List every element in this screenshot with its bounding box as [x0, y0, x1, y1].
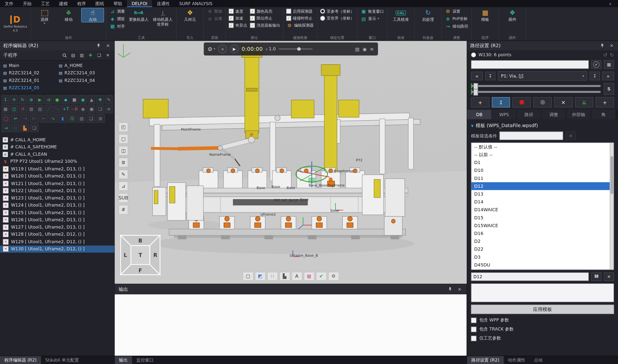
menu-tab[interactable]: DELFOI [127, 0, 152, 7]
program-line[interactable]: ✕ W122 [ Utool1, Uframe2, D13, () ] [0, 187, 114, 194]
speed-slider[interactable] [278, 48, 312, 50]
path-panel-tab[interactable]: 调整 [542, 110, 566, 119]
program-line[interactable]: ≣ # CALL A_SAFEHOME [0, 143, 114, 151]
close-icon[interactable]: ✕ [105, 43, 111, 48]
close-icon[interactable]: ✕ [456, 287, 463, 292]
program-line[interactable]: ✕ W126 [ Utool1, Uframe2, D13, () ] [0, 216, 114, 224]
detach-button[interactable]: ⊖分离 [206, 15, 223, 23]
prev-point-button[interactable]: « [471, 72, 483, 80]
record-point-button[interactable] [512, 97, 531, 108]
subprogram-tree-item[interactable]: ▤R2ZC3214_04 [57, 77, 113, 84]
menu-tab[interactable]: SURF ANALYSIS [175, 0, 217, 7]
pin-icon[interactable] [447, 287, 453, 291]
menu-tab[interactable]: 文件 [0, 0, 18, 7]
viewport-bottom-icon[interactable]: ▦ [304, 272, 314, 280]
subprogram-tree-item[interactable]: ▤R2ZC3214_01 [1, 77, 57, 84]
message-panel-checkbox[interactable]: ✓消息面板输出 [249, 22, 281, 29]
accel-checkbox[interactable]: ✓加速 [228, 15, 248, 22]
template-list-item[interactable]: -- 以前 -- [471, 151, 614, 159]
editor-toolbar-icon[interactable]: Ⓢ [68, 114, 76, 123]
collapse-ribbon-icon[interactable]: ∧ [604, 0, 616, 7]
enable-detector-checkbox[interactable]: 启用探测器 [285, 8, 315, 14]
template-list-item[interactable]: D12 [471, 182, 614, 190]
editor-toolbar-icon[interactable]: ◆ [62, 95, 70, 104]
template-list-item[interactable]: D15WAICE [471, 221, 614, 229]
viewport-bottom-icon[interactable]: ⚙ [328, 272, 339, 280]
restore-window-button[interactable]: ▣恢复窗口 [359, 8, 385, 15]
editor-toolbar-icon[interactable]: ❏ [30, 123, 39, 132]
status-tab[interactable]: 输出 [115, 356, 132, 364]
duplicate-program-icon[interactable]: ▥ [78, 52, 85, 58]
to-reference-radio[interactable]: 至参考（坐标） [319, 8, 355, 14]
program-line[interactable]: ↯ PTP P72 Utool1 Uframe2 100% [0, 158, 114, 165]
add-point-2-button[interactable]: + [596, 97, 614, 108]
program-line[interactable]: ✕ W119 [ Utool1, Uframe2, D13, () ] [0, 165, 114, 173]
move-tool[interactable]: 移动 [57, 8, 80, 22]
template-list-item[interactable]: D3 [471, 253, 614, 261]
s-button[interactable]: S [604, 83, 614, 95]
status-tab[interactable]: 点动 [530, 356, 547, 364]
viewport-tool-icon[interactable]: SUB [119, 193, 128, 203]
viewport-tool-icon[interactable]: ◫ [119, 146, 128, 156]
template-list-item[interactable]: D5 [471, 269, 614, 270]
editor-toolbar-icon[interactable]: ∿ [49, 114, 57, 123]
template-list-item[interactable]: D14WAICE [471, 206, 614, 214]
viewport-bottom-icon[interactable]: ◩ [255, 272, 265, 280]
path-slider-2[interactable] [471, 91, 601, 93]
slider-handle[interactable] [473, 89, 478, 96]
color-highlight-checkbox[interactable]: ✓颜色高亮 [249, 8, 281, 14]
editor-toolbar-icon[interactable]: ● [79, 105, 87, 113]
program-line[interactable]: ≣ # CALL A_HOME [0, 136, 114, 143]
path-slider-1[interactable] [471, 85, 601, 87]
tool-calibration-button[interactable]: CAL工具校准 [389, 8, 412, 22]
select-tool[interactable]: 选择▾ [33, 8, 56, 26]
path-panel-tab[interactable]: DB [467, 110, 492, 119]
limit-stop-checkbox[interactable]: ✓限位停止 [249, 15, 281, 22]
program-line[interactable]: ✕ W124 [ Utool1, Uframe2, D13, () ] [0, 202, 114, 209]
to-world-radio[interactable]: 至世界（坐标） [319, 15, 355, 22]
template-option-checkbox[interactable]: 包含 WPP 参数 [471, 317, 614, 323]
settings-button[interactable]: ⚙设置 [444, 8, 469, 15]
editor-toolbar-icon[interactable]: ▤ [77, 114, 86, 123]
editor-toolbar-icon[interactable]: ⋱ [53, 105, 61, 113]
viewport-tool-icon[interactable]: ◰ [119, 122, 128, 132]
viewport-bottom-icon[interactable]: ∷ [267, 272, 277, 280]
measure-tool[interactable]: ⊿测量 [109, 8, 126, 15]
next-point-button[interactable]: » [602, 72, 614, 80]
program-line[interactable]: ✕ W128 [ Utool1, Uframe2, D12, () ] [0, 231, 114, 238]
template-button[interactable]: ▦模板 [474, 8, 497, 22]
menu-tab[interactable]: 开始 [18, 0, 36, 7]
editor-toolbar-icon[interactable]: ≡ [105, 105, 113, 113]
playback-settings-caret-icon[interactable]: ▾ [214, 47, 215, 51]
template-list-item[interactable]: D11 [471, 174, 614, 182]
viewport-bottom-icon[interactable]: A [291, 272, 302, 280]
delete-point-button[interactable]: ✕ [554, 97, 573, 108]
program-line[interactable]: ✕ W130 [ Utool1, Uframe2, D12, () ] [0, 246, 114, 253]
template-option-checkbox[interactable]: 包含 TRACK 参数 [471, 326, 614, 332]
editor-toolbar-icon[interactable]: ↫ [11, 114, 20, 123]
jog-tool[interactable]: ☝点动 [81, 8, 104, 22]
undo-icon[interactable]: ↺ [603, 52, 607, 58]
add-program-icon[interactable]: ✚ [87, 52, 94, 58]
search-icon[interactable] [61, 52, 68, 58]
template-option-checkbox[interactable]: 仅工艺参数 [471, 335, 614, 341]
speed-slider-handle[interactable] [297, 47, 301, 51]
pin-icon[interactable] [96, 43, 102, 48]
post-process-button[interactable]: ↻后处理 [417, 8, 439, 22]
point-type-select[interactable]: P1: Via, [J] ▾ [498, 71, 587, 81]
editor-toolbar-icon[interactable]: ◫ [10, 105, 18, 113]
pnp-coords-button[interactable]: ⊕PnP坐标 [444, 15, 469, 23]
menu-tab[interactable]: 连通性 [152, 0, 175, 7]
new-program-icon[interactable]: ▤ [70, 52, 76, 58]
editor-toolbar-icon[interactable]: ✚ [96, 95, 104, 104]
apply-down-button[interactable]: ⇊ [575, 97, 593, 108]
playback-extra-icon[interactable]: ◉ [362, 46, 367, 52]
path-panel-tab[interactable]: WPS [492, 110, 517, 119]
editor-toolbar-icon[interactable]: ▤ [36, 105, 44, 113]
view-cube[interactable]: B L T R F [120, 234, 161, 277]
editor-toolbar-icon[interactable]: ⊞ [96, 114, 105, 123]
save-template-button[interactable] [591, 272, 601, 281]
grid-view-button[interactable]: ▦ [604, 60, 614, 69]
editor-toolbar-icon[interactable]: ⇥ [1, 123, 10, 132]
delete-program-icon[interactable]: ✕ [105, 52, 111, 58]
